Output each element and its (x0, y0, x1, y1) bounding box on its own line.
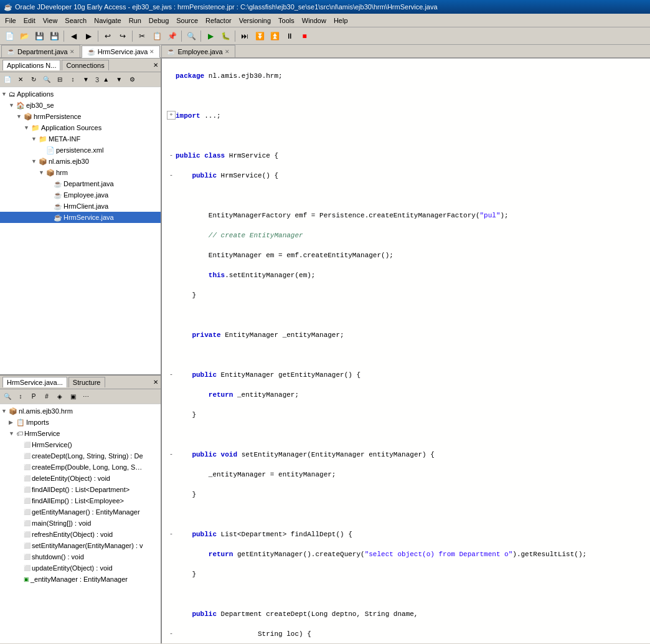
structure-item-constructor[interactable]: ⬜ HrmService() (0, 439, 161, 450)
tree-item-employee-java[interactable]: ☕ Employee.java (0, 189, 161, 201)
extra-btn[interactable]: ⚙ (126, 73, 138, 86)
tab-employee-java[interactable]: ☕ Employee.java ✕ (161, 45, 235, 57)
expand-icon[interactable]: ▼ (31, 136, 39, 142)
structure-item-hrmservice-class[interactable]: ▼ 🏷 HrmService (0, 428, 161, 439)
tree-item-hrmclient-java[interactable]: ☕ HrmClient.java (0, 201, 161, 212)
menu-debug[interactable]: Debug (145, 16, 172, 26)
tree-item-hrmpersistence[interactable]: ▼ 📦 hrmPersistence (0, 111, 161, 122)
pause-button[interactable]: ⏸ (283, 29, 296, 43)
paste-button[interactable]: 📌 (165, 29, 179, 43)
menu-versioning[interactable]: Versioning (235, 16, 275, 26)
tab-hrmservice-structure[interactable]: HrmService.java... (2, 377, 67, 387)
refresh-button[interactable]: ↻ (27, 73, 40, 86)
fold-icon[interactable]: - (167, 171, 176, 181)
tab-applications-navigator[interactable]: Applications N... (2, 60, 60, 70)
expand-icon[interactable]: ▼ (31, 158, 39, 164)
copy-button[interactable]: 📋 (150, 29, 164, 43)
menu-source[interactable]: Source (172, 16, 202, 26)
filter-fields-button[interactable]: ▣ (67, 391, 79, 403)
find-button[interactable]: 🔍 (184, 29, 198, 43)
structure-item-main[interactable]: ⬜ main(String[]) : void (0, 518, 161, 529)
expand-icon[interactable]: ▼ (24, 125, 31, 131)
fold-icon[interactable]: - (167, 450, 176, 460)
tab-hrmservice-java[interactable]: ☕ HrmService.java ✕ (82, 45, 161, 58)
menu-edit[interactable]: Edit (20, 16, 39, 26)
fold-icon[interactable]: + (167, 111, 176, 120)
menu-refactor[interactable]: Refactor (202, 16, 235, 26)
structure-item-shutdown[interactable]: ⬜ shutdown() : void (0, 551, 161, 562)
filter-extra-button[interactable]: ⋯ (80, 391, 92, 403)
stop-button[interactable]: ■ (298, 29, 311, 43)
expand-icon[interactable]: ▼ (9, 102, 16, 108)
menu-navigate[interactable]: Navigate (90, 16, 125, 26)
new-button[interactable]: 📄 (2, 29, 16, 43)
spinner-up[interactable]: ▲ (100, 73, 112, 86)
panel-close-button[interactable]: ✕ (153, 62, 158, 69)
forward-button[interactable]: ▶ (82, 29, 95, 43)
step-out-button[interactable]: ⏫ (268, 29, 281, 43)
menu-tools[interactable]: Tools (275, 16, 298, 26)
tab-structure[interactable]: Structure (68, 377, 105, 387)
structure-item-package[interactable]: ▼ 📦 nl.amis.ejb30.hrm (0, 405, 161, 417)
fold-icon[interactable]: - (167, 629, 176, 639)
close-icon[interactable]: ✕ (70, 49, 75, 55)
fold-icon[interactable]: - (167, 370, 176, 380)
step-over-button[interactable]: ⏭ (238, 29, 252, 43)
sort-button[interactable]: ↕ (67, 73, 79, 86)
search-icon[interactable]: 🔍 (1, 391, 14, 403)
tree-item-department-java[interactable]: ☕ Department.java (0, 178, 161, 189)
structure-item-setentitymanager[interactable]: ⬜ setEntityManager(EntityManager) : v (0, 540, 161, 551)
menu-file[interactable]: File (1, 16, 20, 26)
tree-item-applications[interactable]: ▼ 🗂 Applications (0, 88, 161, 100)
fold-icon[interactable]: - (167, 529, 176, 539)
tree-item-metainf[interactable]: ▼ 📁 META-INF (0, 133, 161, 144)
expand-icon[interactable]: ▼ (39, 169, 46, 176)
close-icon[interactable]: ✕ (225, 49, 230, 55)
tree-item-application-sources[interactable]: ▼ 📁 Application Sources (0, 122, 161, 133)
spinner-down[interactable]: ▼ (113, 73, 125, 86)
delete-button[interactable]: ✕ (14, 73, 27, 86)
menu-search[interactable]: Search (61, 16, 90, 26)
structure-item-imports[interactable]: ▶ 📋 Imports (0, 417, 161, 428)
fold-icon[interactable]: - (167, 151, 176, 161)
back-button[interactable]: ◀ (67, 29, 80, 43)
structure-item-updateentity[interactable]: ⬜ updateEntity(Object) : void (0, 562, 161, 574)
debug-button[interactable]: 🐛 (219, 29, 232, 43)
undo-button[interactable]: ↩ (101, 29, 115, 43)
expand-icon[interactable]: ▶ (9, 419, 16, 425)
tree-item-hrm[interactable]: ▼ 📦 hrm (0, 167, 161, 178)
expand-icon[interactable]: ▼ (1, 408, 9, 414)
structure-item-deleteentity[interactable]: ⬜ deleteEntity(Object) : void (0, 473, 161, 484)
collapse-all-button[interactable]: ⊟ (54, 73, 66, 86)
expand-icon[interactable]: ▼ (1, 91, 9, 97)
filter-interface-button[interactable]: ◈ (54, 391, 66, 403)
filter-protected-button[interactable]: # (40, 391, 53, 403)
redo-button[interactable]: ↪ (116, 29, 130, 43)
new-project-button[interactable]: 📄 (1, 73, 14, 86)
tree-item-nl-amis[interactable]: ▼ 📦 nl.amis.ejb30 (0, 156, 161, 167)
filter-button[interactable]: ▼ (80, 73, 92, 86)
panel-close-button[interactable]: ✕ (153, 379, 158, 386)
structure-item-refreshentity[interactable]: ⬜ refreshEntity(Object) : void (0, 529, 161, 540)
tab-connections[interactable]: Connections (62, 60, 108, 70)
menu-help[interactable]: Help (330, 16, 352, 26)
structure-item-createemp[interactable]: ⬜ createEmp(Double, Long, Long, Strin (0, 462, 161, 473)
cut-button[interactable]: ✂ (135, 29, 149, 43)
menu-run[interactable]: Run (125, 16, 145, 26)
sort-members-button[interactable]: ↕ (14, 391, 27, 403)
structure-item-entitymanager-field[interactable]: ▣ _entityManager : EntityManager (0, 574, 161, 585)
tree-item-persistence-xml[interactable]: 📄 persistence.xml (0, 144, 161, 156)
tree-item-ejb30se[interactable]: ▼ 🏠 ejb30_se (0, 100, 161, 111)
menu-window[interactable]: Window (298, 16, 330, 26)
structure-item-getentitymanager[interactable]: ⬜ getEntityManager() : EntityManager (0, 506, 161, 518)
expand-icon[interactable]: ▼ (9, 430, 16, 437)
structure-item-createdept[interactable]: ⬜ createDept(Long, String, String) : De (0, 450, 161, 462)
tree-item-hrmservice-java[interactable]: ☕ HrmService.java (0, 212, 161, 223)
step-into-button[interactable]: ⏬ (253, 29, 266, 43)
search-button[interactable]: 🔍 (40, 73, 53, 86)
menu-view[interactable]: View (39, 16, 62, 26)
expand-icon[interactable]: ▼ (16, 113, 24, 120)
save-all-button[interactable]: 💾 (47, 29, 61, 43)
structure-item-findalldept[interactable]: ⬜ findAllDept() : List<Department> (0, 484, 161, 495)
structure-item-findallemp[interactable]: ⬜ findAllEmp() : List<Employee> (0, 495, 161, 506)
